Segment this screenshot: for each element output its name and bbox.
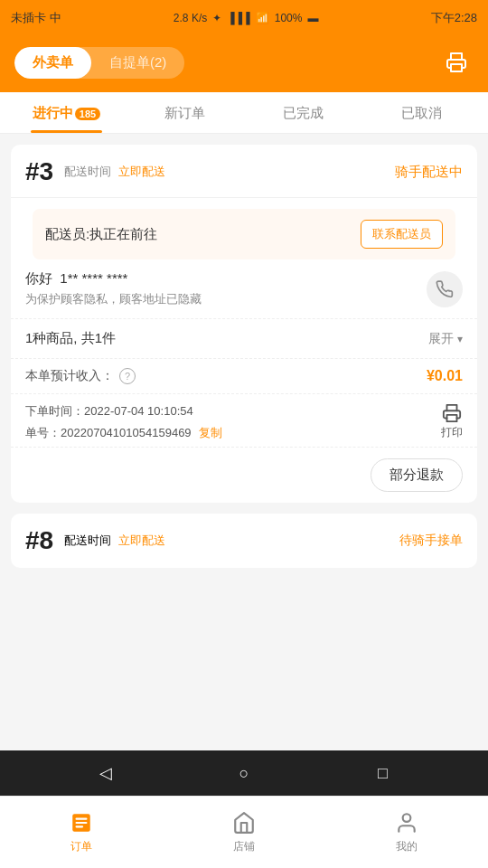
nav-orders[interactable]: 订单 — [0, 797, 163, 868]
order-no-text: 单号：20220704101054159469 — [25, 425, 192, 441]
partial-refund-button[interactable]: 部分退款 — [371, 458, 463, 492]
tab-in-progress[interactable]: 进行中185 — [7, 92, 126, 133]
call-customer-button[interactable] — [427, 271, 463, 307]
customer-section: 你好 1** **** **** 为保护顾客隐私，顾客地址已隐藏 — [11, 259, 477, 319]
preview-order-number: #8 — [25, 526, 53, 555]
order-number: #3 — [25, 157, 53, 186]
contact-delivery-button[interactable]: 联系配送员 — [361, 220, 443, 249]
orders-icon — [69, 810, 94, 835]
items-section: 1种商品, 共1件 展开 ▾ — [11, 319, 477, 359]
nav-shop[interactable]: 店铺 — [163, 797, 325, 868]
time-text: 下午2:28 — [431, 10, 477, 26]
shop-icon — [231, 810, 257, 835]
status-bar: 未插卡 中 2.8 K/s ✦ ▐▐▐ 📶 100% ▬ 下午2:28 — [0, 0, 488, 36]
help-icon[interactable]: ? — [119, 368, 136, 384]
signal-icon: ▐▐▐ — [227, 12, 250, 24]
order-type-toggle[interactable]: 外卖单 自提单(2) — [14, 47, 184, 79]
chevron-down-icon: ▾ — [457, 333, 463, 345]
earnings-amount: ¥0.01 — [427, 368, 463, 384]
mine-icon — [394, 810, 419, 835]
order-tabs: 进行中185 新订单 已完成 已取消 — [0, 92, 488, 134]
order-time: 下单时间：2022-07-04 10:10:54 — [25, 403, 434, 420]
earnings-row: 本单预计收入： ? ¥0.01 — [11, 359, 477, 394]
network-speed: 2.8 K/s — [174, 12, 207, 24]
tab-cancelled[interactable]: 已取消 — [362, 92, 481, 133]
status-left: 未插卡 中 — [11, 10, 61, 26]
battery-icon: ▬ — [307, 12, 318, 24]
customer-info: 你好 1** **** **** 为保护顾客隐私，顾客地址已隐藏 — [25, 270, 427, 307]
order-card-8: #8 配送时间 立即配送 待骑手接单 — [11, 514, 477, 568]
back-button[interactable]: ◁ — [89, 757, 122, 789]
svg-point-6 — [403, 814, 411, 822]
preview-delivery-info: 配送时间 立即配送 — [64, 533, 399, 549]
nav-orders-label: 订单 — [70, 839, 92, 854]
svg-rect-4 — [76, 822, 88, 824]
tab-new-order[interactable]: 新订单 — [126, 92, 244, 133]
home-button[interactable]: ○ — [228, 757, 260, 789]
battery-text: 100% — [275, 12, 303, 24]
svg-rect-5 — [76, 826, 84, 827]
items-row: 1种商品, 共1件 展开 ▾ — [25, 330, 463, 347]
order-card-3: #3 配送时间 立即配送 骑手配送中 配送员:执正在前往 联系配送员 你好 1*… — [11, 145, 477, 503]
delivery-tab[interactable]: 外卖单 — [14, 47, 91, 79]
card-footer: 部分退款 — [11, 448, 477, 503]
pickup-tab[interactable]: 自提单(2) — [91, 47, 184, 79]
header: 外卖单 自提单(2) — [0, 36, 488, 92]
preview-status: 待骑手接单 — [399, 533, 463, 549]
delivery-section: 配送员:执正在前往 联系配送员 — [33, 209, 455, 259]
preview-delivery-now: 立即配送 — [118, 533, 165, 549]
earnings-label: 本单预计收入： — [25, 368, 114, 384]
print-label: 打印 — [441, 425, 463, 440]
tab-completed[interactable]: 已完成 — [244, 92, 362, 133]
order-delivery-info: 配送时间 立即配送 — [64, 164, 395, 180]
customer-phone: 1** **** **** — [60, 270, 127, 286]
header-print-button[interactable] — [439, 45, 474, 80]
items-count: 1种商品, 共1件 — [25, 330, 116, 347]
bottom-nav: 订单 店铺 我的 — [0, 796, 488, 868]
svg-rect-1 — [447, 415, 457, 421]
preview-delivery-time-label: 配送时间 — [64, 533, 111, 549]
delivery-person-text: 配送员:执正在前往 — [45, 226, 157, 243]
svg-rect-0 — [451, 64, 462, 71]
delivery-now-link[interactable]: 立即配送 — [118, 164, 165, 180]
expand-button[interactable]: 展开 ▾ — [428, 331, 463, 347]
nav-shop-label: 店铺 — [233, 839, 255, 854]
customer-greeting: 你好 1** **** **** — [25, 270, 427, 288]
status-right: 下午2:28 — [431, 10, 477, 26]
nav-mine[interactable]: 我的 — [325, 797, 488, 868]
carrier-text: 未插卡 中 — [11, 10, 61, 26]
gesture-bar: ◁ ○ □ — [0, 750, 488, 796]
order-meta: 下单时间：2022-07-04 10:10:54 单号：202207041010… — [11, 394, 477, 448]
recents-button[interactable]: □ — [366, 757, 399, 789]
status-center: 2.8 K/s ✦ ▐▐▐ 📶 100% ▬ — [174, 12, 319, 24]
privacy-note: 为保护顾客隐私，顾客地址已隐藏 — [25, 291, 427, 307]
copy-order-button[interactable]: 复制 — [199, 425, 222, 441]
order-header: #3 配送时间 立即配送 骑手配送中 — [11, 145, 477, 198]
svg-rect-3 — [76, 818, 88, 820]
in-progress-badge: 185 — [75, 108, 100, 120]
wifi-icon: 📶 — [256, 12, 269, 24]
order-status: 骑手配送中 — [395, 164, 463, 181]
delivery-time-label: 配送时间 — [64, 164, 111, 180]
meta-info: 下单时间：2022-07-04 10:10:54 单号：202207041010… — [25, 403, 434, 441]
delivery-section-wrapper: 配送员:执正在前往 联系配送员 — [11, 209, 477, 259]
order-number-row: 单号：20220704101054159469 复制 — [25, 425, 434, 441]
nav-mine-label: 我的 — [396, 839, 418, 854]
print-button[interactable]: 打印 — [441, 403, 463, 440]
main-content: #3 配送时间 立即配送 骑手配送中 配送员:执正在前往 联系配送员 你好 1*… — [0, 134, 488, 778]
bluetooth-icon: ✦ — [212, 12, 221, 24]
